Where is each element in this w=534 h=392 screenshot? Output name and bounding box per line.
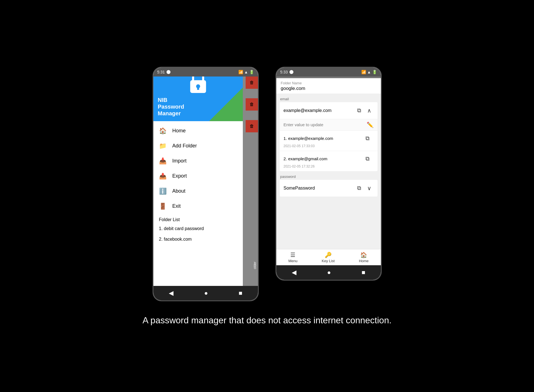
copy-icon-history-1: ⧉	[366, 135, 369, 142]
status-icons-right-2: 📶 ▲ 🔋	[361, 70, 377, 74]
email-history-1-value: 1. example@example.com	[284, 136, 362, 141]
menu-item-home[interactable]: 🏠 Home	[153, 123, 243, 138]
lock-icon	[186, 77, 211, 94]
email-card: example@example.com ⧉ ∧ ✏️	[280, 102, 378, 171]
tab-key-list[interactable]: 🔑 Key List	[322, 252, 334, 263]
email-label: email	[280, 96, 378, 102]
delete-btn-2[interactable]: 🗑	[246, 98, 258, 111]
folder-name-value: google.com	[281, 86, 376, 91]
bottom-tabs: ☰ Menu 🔑 Key List 🏠 Home	[276, 249, 381, 265]
email-update-row: ✏️	[280, 119, 378, 131]
copy-history-1-button[interactable]: ⧉	[362, 133, 372, 144]
exit-icon: 🚪	[159, 203, 167, 210]
password-card: SomePassword ⧉ ∨	[280, 180, 378, 197]
status-bar-left: 5:31 📶 ▲ 🔋	[153, 68, 258, 77]
folder-item-1[interactable]: 1. debit card password	[153, 223, 243, 234]
drawer-app-title: NIB Password Manager	[158, 97, 238, 117]
drawer-hero: NIB Password Manager	[153, 77, 243, 121]
back-button[interactable]: ◀	[163, 287, 179, 299]
menu-item-exit[interactable]: 🚪 Exit	[153, 199, 243, 214]
status-time-area: 5:31	[157, 70, 170, 74]
password-copy-button[interactable]: ⧉	[354, 183, 364, 193]
tab-menu-label: Menu	[288, 259, 298, 263]
drawer-menu: NIB Password Manager 🏠 Home 📁 Add Folder	[153, 77, 243, 286]
email-copy-button[interactable]: ⧉	[354, 106, 364, 116]
menu-item-export[interactable]: 📤 Export	[153, 169, 243, 184]
export-icon: 📤	[159, 173, 167, 180]
bottom-nav-right: ◀ ● ■	[276, 265, 381, 280]
content-spacer	[276, 199, 381, 249]
tab-menu[interactable]: ☰ Menu	[288, 252, 298, 263]
menu-icon-tab: ☰	[290, 252, 295, 258]
status-icons-right: 📶 ▲ 🔋	[238, 70, 254, 74]
chevron-up-icon: ∧	[367, 107, 371, 114]
delete-btn-1[interactable]: 🗑	[246, 77, 258, 89]
copy-history-2-button[interactable]: ⧉	[362, 154, 372, 164]
phone1-body: 🗑 🗑 🗑 older	[153, 77, 258, 286]
menu-import-label: Import	[172, 158, 187, 164]
svg-rect-2	[197, 87, 199, 90]
phone-left: 5:31 📶 ▲ 🔋 🗑 🗑	[153, 67, 259, 301]
email-update-input[interactable]	[284, 122, 367, 127]
about-icon: ℹ️	[159, 188, 167, 195]
delete-buttons: 🗑 🗑 🗑	[246, 77, 258, 132]
menu-export-label: Export	[172, 173, 187, 179]
email-collapse-button[interactable]: ∧	[365, 106, 374, 115]
home-icon: 🏠	[159, 127, 167, 135]
menu-home-label: Home	[172, 128, 186, 134]
status-bar-right: 5:33 📶 ▲ 🔋	[276, 68, 381, 77]
password-current-value: SomePassword	[284, 186, 354, 191]
menu-items-list: 🏠 Home 📁 Add Folder 📥 Import 📤 Export	[153, 121, 243, 286]
menu-item-import[interactable]: 📥 Import	[153, 154, 243, 169]
home-button[interactable]: ●	[199, 287, 213, 299]
password-label: password	[280, 173, 378, 180]
email-history-1-date: 2021-02-05 17:33:03	[284, 144, 374, 148]
menu-item-about[interactable]: ℹ️ About	[153, 184, 243, 199]
bottom-nav-left: ◀ ● ■	[153, 286, 258, 300]
email-history-1: 1. example@example.com ⧉ 2021-02-05 17:3…	[280, 131, 378, 151]
recent-button-right[interactable]: ■	[356, 267, 371, 278]
recent-button[interactable]: ■	[233, 287, 248, 299]
menu-about-label: About	[172, 188, 186, 194]
back-button-right[interactable]: ◀	[286, 267, 302, 278]
chevron-down-icon: ∨	[367, 185, 371, 192]
email-field-section: email example@example.com ⧉ ∧	[280, 96, 378, 171]
time-label-right: 5:33	[280, 70, 288, 74]
clock-icon-right	[289, 70, 293, 74]
older-label: older	[253, 262, 257, 269]
copy-icon-password: ⧉	[357, 185, 361, 191]
email-history-2-value: 2. example@gmail.com	[284, 156, 362, 161]
tab-key-list-label: Key List	[322, 259, 334, 263]
password-field-section: password SomePassword ⧉ ∨	[280, 173, 378, 197]
edit-icon-email[interactable]: ✏️	[367, 121, 374, 128]
tab-home[interactable]: 🏠 Home	[359, 252, 369, 263]
copy-icon-history-2: ⧉	[366, 156, 369, 162]
delete-icon-1: 🗑	[250, 80, 254, 85]
phone2-content: Folder Name google.com email example@exa…	[276, 78, 381, 265]
battery-icon-right: 🔋	[372, 70, 377, 74]
password-current-row: SomePassword ⧉ ∨	[280, 180, 378, 197]
home-button-right[interactable]: ●	[322, 267, 336, 278]
tab-home-label: Home	[359, 259, 369, 263]
delete-icon-2: 🗑	[250, 102, 254, 107]
menu-item-add-folder[interactable]: 📁 Add Folder	[153, 138, 243, 154]
menu-add-folder-label: Add Folder	[172, 143, 197, 149]
folder-item-2[interactable]: 2. facebook.com	[153, 234, 243, 245]
import-icon: 📥	[159, 157, 167, 165]
folder-header: Folder Name google.com	[276, 78, 381, 94]
email-history-2-date: 2021-02-05 17:32:26	[284, 164, 374, 168]
password-expand-button[interactable]: ∨	[365, 184, 374, 192]
delete-btn-3[interactable]: 🗑	[246, 120, 258, 132]
email-current-row: example@example.com ⧉ ∧	[280, 102, 378, 119]
home-icon-tab: 🏠	[360, 252, 367, 258]
email-history-2: 2. example@gmail.com ⧉ 2021-02-05 17:32:…	[280, 151, 378, 171]
wifi-icon: 📶	[238, 70, 243, 74]
copy-icon-email: ⧉	[357, 107, 361, 114]
key-icon-tab: 🔑	[325, 252, 332, 258]
status-time-area-right: 5:33	[280, 70, 293, 74]
delete-icon-3: 🗑	[250, 124, 254, 129]
time-label: 5:31	[157, 70, 165, 74]
caption-text: A password manager that does not access …	[143, 315, 391, 326]
email-current-value: example@example.com	[284, 108, 354, 113]
signal-icon-right: ▲	[367, 70, 371, 74]
